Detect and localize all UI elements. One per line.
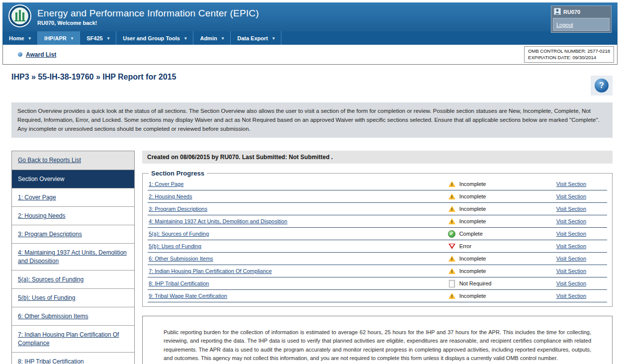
award-list-link[interactable]: Award List	[26, 51, 56, 58]
sidebar-item-back: Go Back to Reports List	[12, 151, 134, 170]
status-text: Incomplete	[459, 206, 486, 212]
status-cell: Incomplete	[448, 218, 556, 225]
visit-section-link[interactable]: Visit Section	[556, 243, 607, 249]
section-link[interactable]: 7: Indian Housing Plan Certification Of …	[148, 268, 448, 274]
nav-tab-admin[interactable]: Admin ▾	[193, 31, 231, 45]
nav-tab-ihp-apr[interactable]: IHP/APR ▾	[38, 31, 80, 45]
sidebar-item-section-overview[interactable]: Section Overview	[12, 170, 134, 188]
sidebar-items: 1: Cover Page 2: Housing Needs 3: Progra…	[12, 188, 134, 364]
nav-tab-label: Data Export	[237, 35, 268, 41]
sidebar-row: 4: Maintaining 1937 Act Units, Demolitio…	[12, 244, 134, 270]
status-cell: Incomplete	[448, 268, 556, 275]
sidebar-row: 6: Other Submission Items	[12, 307, 134, 326]
section-link[interactable]: 9: Tribal Wage Rate Certification	[148, 293, 448, 299]
status-cell: Complete	[448, 230, 556, 238]
status-text: Incomplete	[459, 293, 486, 299]
notrequired-icon	[448, 280, 456, 287]
section-progress-row: 8: IHP Tribal Certification Not Required…	[148, 277, 607, 290]
subnav-bar: Award List OMB CONTROL NUMBER: 2577-0218…	[2, 45, 618, 65]
sidebar-row: 5(a): Sources of Funding	[12, 271, 134, 289]
section-link[interactable]: 6: Other Submission Items	[148, 256, 448, 262]
omb-expiration-date: EXPIRATION DATE: 09/30/2014	[528, 55, 610, 61]
epic-logo-icon	[8, 4, 31, 29]
status-cell: Error	[448, 243, 556, 250]
status-text: Incomplete	[459, 193, 486, 199]
section-progress-legend: Section Progress	[149, 170, 207, 177]
chevron-down-icon: ▾	[184, 36, 187, 41]
nav-tab-data-export[interactable]: Data Export ▾	[231, 31, 281, 45]
sidebar-row: 5(b): Uses of Funding	[12, 289, 134, 307]
section-progress-row: 7: Indian Housing Plan Certification Of …	[148, 265, 607, 277]
nav-tab-label: Home	[9, 35, 24, 41]
section-link[interactable]: 4: Maintaining 1937 Act Units, Demolitio…	[148, 218, 448, 224]
sidebar-row: 1: Cover Page	[12, 188, 134, 207]
visit-section-link[interactable]: Visit Section	[556, 218, 607, 224]
status-text: Incomplete	[459, 268, 486, 274]
help-icon: ?	[595, 79, 609, 92]
sidebar-row: 3: Program Descriptions	[12, 225, 134, 244]
sidebar-item[interactable]: 4: Maintaining 1937 Act Units, Demolitio…	[18, 249, 127, 264]
status-text: Not Required	[459, 280, 492, 286]
section-link[interactable]: 1: Cover Page	[148, 181, 448, 187]
visit-section-link[interactable]: Visit Section	[556, 280, 607, 286]
chevron-down-icon: ▾	[222, 36, 224, 41]
section-progress-row: 4: Maintaining 1937 Act Units, Demolitio…	[148, 215, 607, 228]
section-link[interactable]: 5(a): Sources of Funding	[148, 231, 448, 237]
nav-tab-home[interactable]: Home ▾	[2, 31, 38, 45]
sidebar-item[interactable]: 8: IHP Tribal Certification	[18, 358, 84, 364]
warning-icon	[448, 255, 456, 263]
section-progress-row: 1: Cover Page Incomplete Visit Section	[148, 178, 607, 190]
section-link[interactable]: 2: Housing Needs	[148, 193, 448, 199]
status-text: Incomplete	[459, 181, 486, 187]
nav-tab-sf425[interactable]: SF425 ▾	[80, 31, 116, 45]
nav-tab-user-and-group-tools[interactable]: User and Group Tools ▾	[116, 31, 193, 45]
section-overview-description: Section Overview provides a quick look a…	[11, 102, 613, 138]
sidebar-item[interactable]: 1: Cover Page	[18, 194, 56, 201]
header-titles: Energy and Performance Information Cente…	[37, 8, 259, 26]
visit-section-link[interactable]: Visit Section	[556, 193, 607, 199]
visit-section-link[interactable]: Visit Section	[556, 268, 607, 274]
visit-section-link[interactable]: Visit Section	[556, 293, 607, 299]
visit-section-link[interactable]: Visit Section	[556, 181, 607, 187]
main-nav: Home ▾ IHP/APR ▾ SF425 ▾ User and Group …	[2, 31, 618, 45]
status-cell: Not Required	[448, 280, 556, 287]
nav-tab-label: IHP/APR	[44, 35, 67, 41]
chevron-down-icon: ▾	[29, 36, 31, 41]
page: Energy and Performance Information Cente…	[2, 2, 618, 364]
help-button[interactable]: ?	[591, 76, 613, 95]
section-link[interactable]: 8: IHP Tribal Certification	[148, 280, 448, 286]
welcome-text: RU070, Welcome back!	[37, 20, 259, 26]
app-header: Energy and Performance Information Cente…	[2, 2, 618, 31]
visit-section-link[interactable]: Visit Section	[556, 231, 607, 237]
omb-control-number: OMB CONTROL NUMBER: 2577-0218	[528, 48, 610, 55]
sidebar-item[interactable]: 5(b): Uses of Funding	[18, 294, 75, 301]
section-link[interactable]: 5(b): Uses of Funding	[148, 243, 448, 249]
section-link[interactable]: 3: Program Descriptions	[148, 206, 448, 212]
section-progress-row: 5(b): Uses of Funding Error Visit Sectio…	[148, 240, 607, 253]
status-text: Complete	[459, 231, 483, 237]
main-panel: Created on 08/06/2015 by RU070. Last Sub…	[142, 151, 613, 364]
section-progress-row: 2: Housing Needs Incomplete Visit Sectio…	[148, 190, 607, 203]
sidebar-item[interactable]: 3: Program Descriptions	[18, 231, 82, 238]
status-text: Error	[459, 243, 471, 249]
sidebar-item[interactable]: 7: Indian Housing Plan Certification Of …	[18, 331, 119, 346]
warning-icon	[448, 268, 456, 275]
nav-tab-label: User and Group Tools	[123, 35, 180, 41]
warning-icon	[448, 205, 456, 213]
section-progress-row: 5(a): Sources of Funding Complete Visit …	[148, 228, 607, 240]
status-text: Incomplete	[459, 256, 486, 262]
sidebar-item[interactable]: 2: Housing Needs	[18, 212, 65, 219]
sidebar-item[interactable]: 6: Other Submission Items	[18, 313, 88, 320]
award-list-group: Award List	[18, 51, 56, 58]
visit-section-link[interactable]: Visit Section	[556, 256, 607, 262]
chevron-down-icon: ▾	[107, 36, 110, 41]
logout-link[interactable]: Logout	[556, 22, 573, 28]
back-to-reports-link[interactable]: Go Back to Reports List	[18, 157, 81, 164]
visit-section-link[interactable]: Visit Section	[556, 206, 607, 212]
status-text: Incomplete	[459, 218, 486, 224]
warning-icon	[448, 193, 456, 200]
warning-icon	[448, 218, 456, 225]
status-cell: Incomplete	[448, 292, 556, 300]
sidebar-item[interactable]: 5(a): Sources of Funding	[18, 276, 84, 283]
page-title: IHP3 » 55-IH-38-19760 » IHP Report for 2…	[11, 73, 176, 82]
